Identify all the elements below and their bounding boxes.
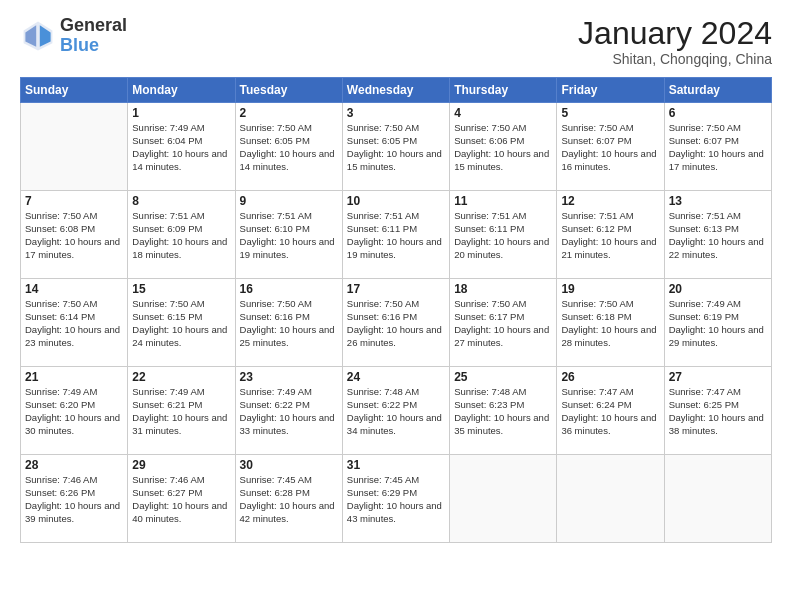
sunrise-text: Sunrise: 7:51 AM xyxy=(132,210,204,221)
day-number: 1 xyxy=(132,106,230,120)
day-info: Sunrise: 7:50 AMSunset: 6:15 PMDaylight:… xyxy=(132,298,230,349)
sunset-text: Sunset: 6:16 PM xyxy=(240,311,310,322)
daylight-text: Daylight: 10 hours and 18 minutes. xyxy=(132,236,227,260)
day-info: Sunrise: 7:49 AMSunset: 6:21 PMDaylight:… xyxy=(132,386,230,437)
logo-text: General Blue xyxy=(60,16,127,56)
day-number: 29 xyxy=(132,458,230,472)
sunset-text: Sunset: 6:28 PM xyxy=(240,487,310,498)
logo-general: General xyxy=(60,16,127,36)
day-info: Sunrise: 7:51 AMSunset: 6:11 PMDaylight:… xyxy=(347,210,445,261)
sunrise-text: Sunrise: 7:50 AM xyxy=(25,210,97,221)
day-info: Sunrise: 7:49 AMSunset: 6:04 PMDaylight:… xyxy=(132,122,230,173)
calendar-week-4: 21Sunrise: 7:49 AMSunset: 6:20 PMDayligh… xyxy=(21,367,772,455)
daylight-text: Daylight: 10 hours and 30 minutes. xyxy=(25,412,120,436)
daylight-text: Daylight: 10 hours and 42 minutes. xyxy=(240,500,335,524)
sunset-text: Sunset: 6:17 PM xyxy=(454,311,524,322)
day-info: Sunrise: 7:50 AMSunset: 6:07 PMDaylight:… xyxy=(669,122,767,173)
calendar-cell: 24Sunrise: 7:48 AMSunset: 6:22 PMDayligh… xyxy=(342,367,449,455)
day-number: 27 xyxy=(669,370,767,384)
day-header-wednesday: Wednesday xyxy=(342,78,449,103)
daylight-text: Daylight: 10 hours and 21 minutes. xyxy=(561,236,656,260)
sunset-text: Sunset: 6:09 PM xyxy=(132,223,202,234)
calendar-cell xyxy=(664,455,771,543)
sunrise-text: Sunrise: 7:45 AM xyxy=(347,474,419,485)
sunset-text: Sunset: 6:05 PM xyxy=(347,135,417,146)
day-info: Sunrise: 7:50 AMSunset: 6:05 PMDaylight:… xyxy=(240,122,338,173)
sunset-text: Sunset: 6:05 PM xyxy=(240,135,310,146)
sunrise-text: Sunrise: 7:50 AM xyxy=(669,122,741,133)
calendar-week-1: 1Sunrise: 7:49 AMSunset: 6:04 PMDaylight… xyxy=(21,103,772,191)
daylight-text: Daylight: 10 hours and 31 minutes. xyxy=(132,412,227,436)
sunset-text: Sunset: 6:22 PM xyxy=(240,399,310,410)
sunset-text: Sunset: 6:21 PM xyxy=(132,399,202,410)
day-number: 22 xyxy=(132,370,230,384)
logo-blue: Blue xyxy=(60,36,127,56)
day-number: 15 xyxy=(132,282,230,296)
daylight-text: Daylight: 10 hours and 15 minutes. xyxy=(347,148,442,172)
sunrise-text: Sunrise: 7:51 AM xyxy=(454,210,526,221)
daylight-text: Daylight: 10 hours and 17 minutes. xyxy=(669,148,764,172)
day-info: Sunrise: 7:47 AMSunset: 6:24 PMDaylight:… xyxy=(561,386,659,437)
sunset-text: Sunset: 6:26 PM xyxy=(25,487,95,498)
daylight-text: Daylight: 10 hours and 28 minutes. xyxy=(561,324,656,348)
day-info: Sunrise: 7:50 AMSunset: 6:08 PMDaylight:… xyxy=(25,210,123,261)
calendar-cell: 21Sunrise: 7:49 AMSunset: 6:20 PMDayligh… xyxy=(21,367,128,455)
day-number: 3 xyxy=(347,106,445,120)
calendar-header-row: SundayMondayTuesdayWednesdayThursdayFrid… xyxy=(21,78,772,103)
sunset-text: Sunset: 6:12 PM xyxy=(561,223,631,234)
sunset-text: Sunset: 6:04 PM xyxy=(132,135,202,146)
sunrise-text: Sunrise: 7:50 AM xyxy=(561,122,633,133)
calendar-week-3: 14Sunrise: 7:50 AMSunset: 6:14 PMDayligh… xyxy=(21,279,772,367)
day-info: Sunrise: 7:49 AMSunset: 6:20 PMDaylight:… xyxy=(25,386,123,437)
sunset-text: Sunset: 6:20 PM xyxy=(25,399,95,410)
calendar-cell: 9Sunrise: 7:51 AMSunset: 6:10 PMDaylight… xyxy=(235,191,342,279)
header: General Blue January 2024 Shitan, Chongq… xyxy=(20,16,772,67)
sunset-text: Sunset: 6:15 PM xyxy=(132,311,202,322)
day-number: 26 xyxy=(561,370,659,384)
daylight-text: Daylight: 10 hours and 24 minutes. xyxy=(132,324,227,348)
daylight-text: Daylight: 10 hours and 40 minutes. xyxy=(132,500,227,524)
title-block: January 2024 Shitan, Chongqing, China xyxy=(578,16,772,67)
calendar-cell: 6Sunrise: 7:50 AMSunset: 6:07 PMDaylight… xyxy=(664,103,771,191)
day-number: 23 xyxy=(240,370,338,384)
day-info: Sunrise: 7:48 AMSunset: 6:23 PMDaylight:… xyxy=(454,386,552,437)
day-number: 16 xyxy=(240,282,338,296)
day-info: Sunrise: 7:50 AMSunset: 6:07 PMDaylight:… xyxy=(561,122,659,173)
calendar-cell: 19Sunrise: 7:50 AMSunset: 6:18 PMDayligh… xyxy=(557,279,664,367)
calendar-cell xyxy=(557,455,664,543)
daylight-text: Daylight: 10 hours and 23 minutes. xyxy=(25,324,120,348)
day-header-monday: Monday xyxy=(128,78,235,103)
sunrise-text: Sunrise: 7:50 AM xyxy=(347,298,419,309)
sunrise-text: Sunrise: 7:50 AM xyxy=(240,298,312,309)
sunrise-text: Sunrise: 7:46 AM xyxy=(25,474,97,485)
day-info: Sunrise: 7:45 AMSunset: 6:29 PMDaylight:… xyxy=(347,474,445,525)
calendar-cell: 17Sunrise: 7:50 AMSunset: 6:16 PMDayligh… xyxy=(342,279,449,367)
day-info: Sunrise: 7:49 AMSunset: 6:22 PMDaylight:… xyxy=(240,386,338,437)
calendar-table: SundayMondayTuesdayWednesdayThursdayFrid… xyxy=(20,77,772,543)
sunset-text: Sunset: 6:18 PM xyxy=(561,311,631,322)
sunrise-text: Sunrise: 7:51 AM xyxy=(347,210,419,221)
sunrise-text: Sunrise: 7:50 AM xyxy=(25,298,97,309)
sunrise-text: Sunrise: 7:49 AM xyxy=(669,298,741,309)
day-number: 30 xyxy=(240,458,338,472)
sunset-text: Sunset: 6:14 PM xyxy=(25,311,95,322)
day-number: 6 xyxy=(669,106,767,120)
day-number: 12 xyxy=(561,194,659,208)
calendar-cell: 8Sunrise: 7:51 AMSunset: 6:09 PMDaylight… xyxy=(128,191,235,279)
sunrise-text: Sunrise: 7:49 AM xyxy=(25,386,97,397)
sunset-text: Sunset: 6:10 PM xyxy=(240,223,310,234)
sunset-text: Sunset: 6:25 PM xyxy=(669,399,739,410)
calendar-cell: 3Sunrise: 7:50 AMSunset: 6:05 PMDaylight… xyxy=(342,103,449,191)
calendar-cell: 23Sunrise: 7:49 AMSunset: 6:22 PMDayligh… xyxy=(235,367,342,455)
daylight-text: Daylight: 10 hours and 16 minutes. xyxy=(561,148,656,172)
calendar-cell: 7Sunrise: 7:50 AMSunset: 6:08 PMDaylight… xyxy=(21,191,128,279)
day-header-thursday: Thursday xyxy=(450,78,557,103)
daylight-text: Daylight: 10 hours and 27 minutes. xyxy=(454,324,549,348)
sunset-text: Sunset: 6:07 PM xyxy=(561,135,631,146)
calendar-cell: 13Sunrise: 7:51 AMSunset: 6:13 PMDayligh… xyxy=(664,191,771,279)
day-info: Sunrise: 7:51 AMSunset: 6:12 PMDaylight:… xyxy=(561,210,659,261)
logo: General Blue xyxy=(20,16,127,56)
calendar-cell: 11Sunrise: 7:51 AMSunset: 6:11 PMDayligh… xyxy=(450,191,557,279)
day-info: Sunrise: 7:50 AMSunset: 6:06 PMDaylight:… xyxy=(454,122,552,173)
daylight-text: Daylight: 10 hours and 25 minutes. xyxy=(240,324,335,348)
